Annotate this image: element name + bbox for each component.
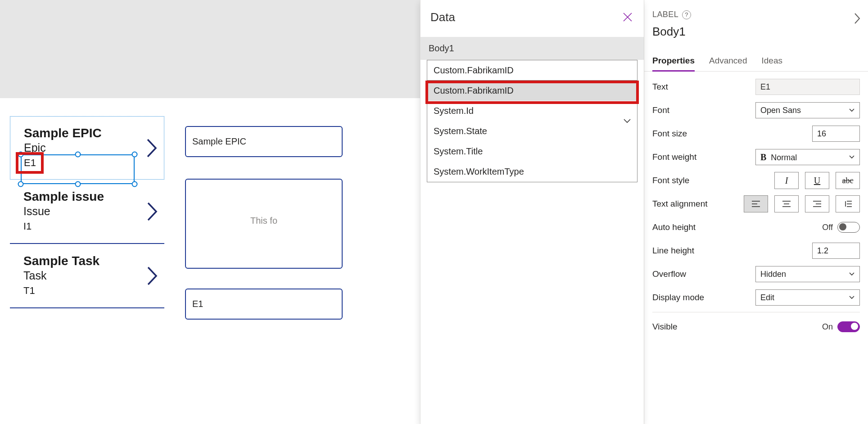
chevron-right-icon[interactable] — [146, 266, 158, 285]
detail-column: Sample EPIC This fo E1 — [185, 126, 343, 341]
card-body: I1 — [23, 221, 158, 232]
combo-dropdown: Custom.FabrikamID System.Id System.State… — [427, 81, 637, 182]
card-title: Sample issue — [23, 189, 158, 204]
toggle-label: On — [822, 322, 833, 332]
combo-option[interactable]: System.Id — [427, 101, 637, 121]
overflow-select[interactable]: Hidden — [755, 266, 860, 282]
prop-label-displaymode: Display mode — [652, 293, 704, 302]
toggle-label: Off — [822, 223, 833, 232]
field-combobox[interactable]: Custom.FabrikamID Custom.FabrikamID Syst… — [427, 60, 637, 182]
list-item[interactable]: Sample issue Issue I1 — [10, 180, 164, 244]
combo-selected-value: Custom.FabrikamID — [434, 65, 514, 76]
align-center-button[interactable] — [774, 195, 799, 212]
underline-button[interactable]: U — [805, 172, 829, 189]
detail-placeholder-card[interactable]: This fo — [185, 179, 343, 269]
chevron-right-icon[interactable] — [146, 139, 158, 158]
displaymode-select[interactable]: Edit — [755, 289, 860, 306]
card-subtitle: Task — [23, 269, 158, 282]
chevron-down-icon — [849, 272, 855, 276]
bold-icon: B — [760, 152, 766, 162]
combo-option[interactable]: Custom.FabrikamID — [427, 81, 637, 101]
lineheight-input[interactable]: 1.2 — [812, 243, 860, 259]
gallery-list: Sample EPIC Epic E1 Sample issue Issue I… — [10, 116, 164, 308]
align-left-button[interactable] — [744, 195, 768, 212]
list-item[interactable]: Sample Task Task T1 — [10, 244, 164, 308]
autoheight-toggle[interactable] — [837, 222, 860, 233]
properties-tabs: Properties Advanced Ideas — [644, 51, 868, 72]
help-icon[interactable]: ? — [682, 10, 691, 19]
tab-ideas[interactable]: Ideas — [762, 51, 782, 71]
text-input[interactable]: E1 — [755, 79, 860, 95]
chevron-right-icon[interactable] — [146, 202, 158, 221]
prop-label-fontstyle: Font style — [652, 176, 689, 185]
detail-body: E1 — [192, 299, 203, 309]
align-right-button[interactable] — [805, 195, 829, 212]
card-body: T1 — [23, 285, 158, 297]
combo-option[interactable]: System.WorkItemType — [427, 162, 637, 182]
prop-label-fontsize: Font size — [652, 129, 687, 139]
prop-label-text: Text — [652, 82, 668, 92]
data-panel: Data Body1 Custom.FabrikamID Custom.Fabr… — [420, 0, 644, 424]
align-justify-button[interactable] — [836, 195, 860, 212]
card-title: Sample EPIC — [24, 126, 158, 140]
font-select[interactable]: Open Sans — [755, 102, 860, 118]
fontsize-input[interactable]: 16 — [812, 126, 860, 142]
fontweight-select[interactable]: B Normal — [755, 149, 860, 165]
detail-placeholder: This fo — [192, 216, 335, 226]
italic-button[interactable]: I — [774, 172, 799, 189]
detail-body-card[interactable]: E1 — [185, 289, 343, 320]
chevron-down-icon — [849, 155, 855, 159]
control-name: Body1 — [652, 25, 860, 39]
card-subtitle: Issue — [23, 205, 158, 218]
control-type-label: LABEL — [652, 10, 678, 19]
canvas: Sample EPIC Epic E1 Sample issue Issue I… — [0, 0, 420, 424]
chevron-down-icon — [849, 108, 855, 113]
tab-properties[interactable]: Properties — [652, 51, 695, 71]
selection-outline — [21, 154, 135, 184]
chevron-down-icon — [849, 295, 855, 300]
canvas-topbar — [0, 0, 420, 98]
prop-label-textalign: Text alignment — [652, 199, 708, 209]
detail-title: Sample EPIC — [192, 136, 246, 146]
chevron-right-icon[interactable] — [854, 13, 861, 24]
tab-advanced[interactable]: Advanced — [709, 51, 747, 71]
combo-option[interactable]: System.State — [427, 121, 637, 141]
visible-toggle[interactable] — [837, 321, 860, 332]
prop-label-fontweight: Font weight — [652, 152, 696, 162]
prop-label-visible: Visible — [652, 322, 678, 332]
prop-label-overflow: Overflow — [652, 269, 686, 279]
properties-panel: LABEL ? Body1 Properties Advanced Ideas … — [644, 0, 868, 424]
close-icon[interactable] — [620, 10, 635, 24]
prop-label-autoheight: Auto height — [652, 222, 696, 232]
combo-option[interactable]: System.Title — [427, 141, 637, 162]
prop-label-font: Font — [652, 105, 669, 115]
card-title: Sample Task — [23, 254, 158, 268]
data-panel-title: Data — [430, 10, 455, 24]
data-target-label: Body1 — [420, 37, 644, 60]
chevron-down-icon — [623, 118, 631, 124]
detail-title-card[interactable]: Sample EPIC — [185, 126, 343, 157]
card-subtitle: Epic — [24, 141, 158, 154]
strikethrough-button[interactable]: abc — [836, 172, 860, 189]
prop-label-lineheight: Line height — [652, 246, 694, 256]
